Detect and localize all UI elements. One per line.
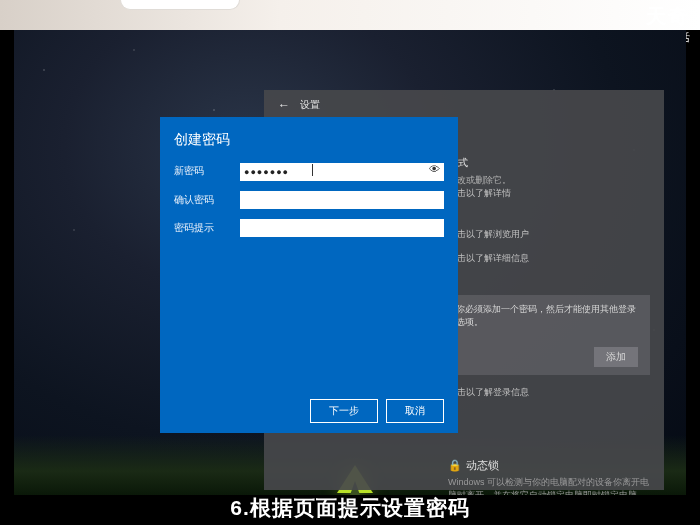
dynamic-lock-body: Windows 可以检测与你的电脑配对的设备你离开电脑时离开。并在将它自动锁定电… (448, 476, 650, 495)
sec4-label: 锁 (448, 275, 650, 289)
desktop-wallpaper: ← 设置 方式 更改或删除它。 单击以了解详情 人 单击以了解浏览用户 单击以了… (14, 30, 686, 495)
next-button[interactable]: 下一步 (310, 399, 378, 423)
new-password-input[interactable] (240, 163, 444, 181)
new-password-label: 新密码 (174, 164, 240, 178)
browser-top-bar (0, 0, 700, 30)
confirm-password-input[interactable] (240, 191, 444, 209)
change-remove-text: 更改或删除它。 (448, 174, 650, 187)
lock-icon: 🔒 (448, 459, 462, 471)
sec2-link[interactable]: 单击以了解浏览用户 (448, 228, 650, 241)
password-hint-input[interactable] (240, 219, 444, 237)
brand-main: 天奇 (630, 6, 690, 26)
settings-title: 设置 (300, 98, 320, 112)
sec3-link[interactable]: 单击以了解详细信息 (448, 252, 650, 265)
caption-text: 6.根据页面提示设置密码 (0, 494, 700, 522)
sec2-label: 人 (448, 210, 650, 224)
box-text: 你必须添加一个密码，然后才能使用其他登录选项。 (456, 304, 636, 327)
password-hint-label: 密码提示 (174, 221, 240, 235)
change-link[interactable]: 单击以了解详情 (448, 187, 650, 200)
cancel-button[interactable]: 取消 (386, 399, 444, 423)
footer-link[interactable]: 单击以了解登录信息 (448, 386, 650, 399)
create-password-dialog: 创建密码 新密码 👁 确认密码 密码提示 (160, 117, 458, 433)
reveal-password-icon[interactable]: 👁 (429, 163, 440, 175)
back-icon[interactable]: ← (278, 98, 290, 112)
dialog-title: 创建密码 (160, 117, 458, 161)
dynamic-lock-title: 动态锁 (466, 459, 499, 471)
add-button[interactable]: 添加 (594, 347, 638, 367)
confirm-password-label: 确认密码 (174, 193, 240, 207)
text-caret (312, 164, 313, 176)
tab-notch (120, 0, 240, 10)
